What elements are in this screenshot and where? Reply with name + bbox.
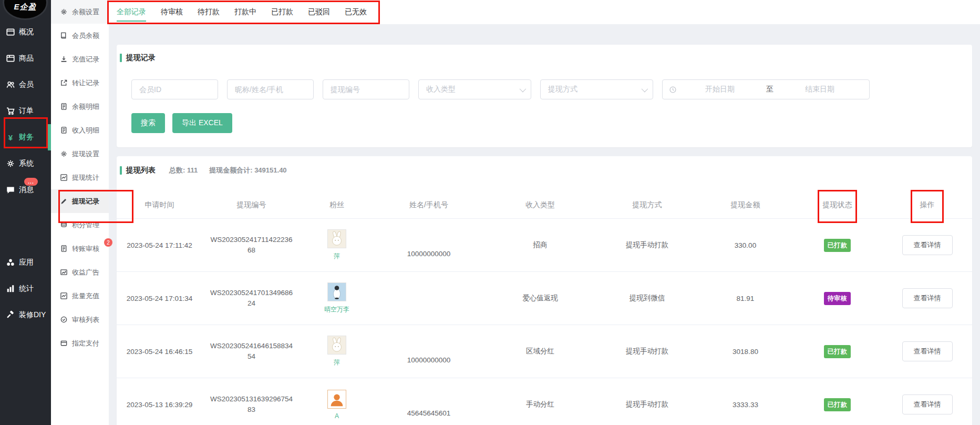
penguin-avatar <box>327 282 346 301</box>
book-icon <box>60 32 68 39</box>
table-row: 2023-05-13 16:39:29 WS202305131639296754… <box>117 378 972 425</box>
submenu-item-transfer-audit[interactable]: 转账审核 2 <box>51 237 109 260</box>
submenu-item-designated-payment[interactable]: 指定支付 <box>51 331 109 355</box>
clock-icon <box>669 86 677 94</box>
coins-icon <box>60 221 68 229</box>
rabbit-avatar <box>327 229 346 248</box>
submenu-item-withdraw-records[interactable]: 提现记录 <box>51 189 109 213</box>
list-summary: 总数: 111 提现金额合计: 349151.40 <box>169 166 287 175</box>
box-icon <box>6 54 15 63</box>
tab-pending-review[interactable]: 待审核 <box>161 0 183 24</box>
apps-icon <box>6 258 15 267</box>
withdraw-method-select[interactable]: 提现方式 <box>540 79 653 99</box>
tab-paying[interactable]: 打款中 <box>234 0 256 24</box>
submenu-item-withdraw-settings[interactable]: 提现设置 <box>51 142 109 166</box>
line-chart-icon <box>60 292 68 300</box>
status-badge: 已打款 <box>824 239 851 252</box>
fan-nickname[interactable]: 萍 <box>334 252 340 261</box>
dashboard-icon <box>6 27 15 37</box>
pay-card-icon <box>60 339 68 347</box>
brand-logo-text: E企盈 <box>14 2 36 18</box>
fan-nickname[interactable]: A <box>335 412 339 420</box>
filter-inputs-row: 收入类型 提现方式 开始日期 至 结束日期 <box>131 79 972 99</box>
sidebar-item-stats[interactable]: 统计 <box>0 276 51 302</box>
sidebar-item-overview[interactable]: 概况 <box>0 19 51 45</box>
line-chart-icon <box>60 174 68 181</box>
view-detail-button[interactable]: 查看详情 <box>902 288 953 308</box>
end-date-placeholder: 结束日期 <box>777 85 863 94</box>
pencil-icon <box>60 197 68 205</box>
brand-logo: E企盈 <box>0 0 51 19</box>
sidebar-item-goods[interactable]: 商品 <box>0 45 51 72</box>
document-icon <box>60 126 68 134</box>
withdraw-list-card: 提现列表 总数: 111 提现金额合计: 349151.40 申请时间 提现编号… <box>117 156 972 425</box>
submenu-item-member-balance[interactable]: 会员余额 <box>51 24 109 47</box>
submenu-item-points-management[interactable]: 积分管理 <box>51 213 109 237</box>
image-icon <box>60 268 68 276</box>
withdraw-records-filter-card: 提现记录 收入类型 提现方式 开始日期 至 结束日期 <box>117 45 972 147</box>
fan-cell[interactable]: 萍 <box>327 336 346 367</box>
withdraw-no-input[interactable] <box>323 79 409 99</box>
transfer-audit-count-badge: 2 <box>104 238 112 247</box>
member-id-input[interactable] <box>131 79 218 99</box>
search-button[interactable]: 搜索 <box>131 113 165 133</box>
sidebar-item-members[interactable]: 会员 <box>0 72 51 98</box>
document-icon <box>60 245 68 252</box>
date-range-picker[interactable]: 开始日期 至 结束日期 <box>662 79 870 99</box>
submenu-item-balance-settings[interactable]: 余额设置 <box>51 0 109 24</box>
yen-icon: ¥ <box>6 133 15 142</box>
fan-cell[interactable]: 萍 <box>327 229 346 261</box>
sidebar-item-orders[interactable]: 订单 <box>0 98 51 124</box>
table-row: 2023-05-24 17:01:34 WS202305241701349686… <box>117 271 972 325</box>
withdraw-table: 申请时间 提现编号 粉丝 姓名/手机号 收入类型 提现方式 提现金额 提现状态 … <box>117 192 972 425</box>
view-detail-button[interactable]: 查看详情 <box>902 394 953 414</box>
title-accent-bar <box>120 54 122 62</box>
sidebar-item-messages[interactable]: 消息 ... <box>0 177 51 203</box>
person-avatar <box>327 390 346 409</box>
tab-invalid[interactable]: 已无效 <box>345 0 367 24</box>
start-date-placeholder: 开始日期 <box>677 85 763 94</box>
fan-cell[interactable]: 晴空万李 <box>324 282 349 314</box>
tab-rejected[interactable]: 已驳回 <box>308 0 330 24</box>
chevron-down-icon <box>520 85 527 92</box>
view-detail-button[interactable]: 查看详情 <box>902 341 953 361</box>
tab-pending-payment[interactable]: 待打款 <box>198 0 220 24</box>
submenu-item-balance-detail[interactable]: 余额明细 <box>51 95 109 118</box>
fan-cell[interactable]: A <box>327 390 346 420</box>
tab-paid[interactable]: 已打款 <box>271 0 293 24</box>
submenu-item-transfer-records[interactable]: 转让记录 <box>51 71 109 95</box>
chevron-down-icon <box>642 85 648 92</box>
export-excel-button[interactable]: 导出 EXCEL <box>172 113 232 133</box>
title-accent-bar <box>120 166 122 175</box>
sidebar-item-decorate-diy[interactable]: 装修DIY <box>0 302 51 328</box>
status-badge: 已打款 <box>824 398 851 411</box>
gear-icon <box>60 8 68 16</box>
sidebar-item-apps[interactable]: 应用 <box>0 249 51 276</box>
tab-all-records[interactable]: 全部记录 <box>117 0 146 24</box>
nickname-input[interactable] <box>227 79 314 99</box>
submenu-item-withdraw-stats[interactable]: 提现统计 <box>51 166 109 189</box>
table-row: 2023-05-24 17:11:42 WS202305241711422236… <box>117 218 972 271</box>
income-type-select[interactable]: 收入类型 <box>418 79 531 99</box>
download-icon <box>60 55 68 63</box>
sidebar-spacer <box>0 203 51 249</box>
view-detail-button[interactable]: 查看详情 <box>902 235 953 255</box>
bar-chart-icon <box>6 284 15 294</box>
table-row: 2023-05-24 16:46:15 WS202305241646158834… <box>117 325 972 378</box>
circle-check-icon <box>60 316 68 323</box>
fan-nickname[interactable]: 晴空万李 <box>324 305 349 314</box>
submenu-item-audit-list[interactable]: 审核列表 <box>51 308 109 331</box>
withdraw-status-header: 提现状态 <box>823 200 852 210</box>
primary-sidebar: E企盈 概况 商品 会员 订单 ¥ 财务 系统 消息 ... <box>0 0 51 425</box>
cart-icon <box>6 106 15 116</box>
submenu-item-recharge-records[interactable]: 充值记录 <box>51 47 109 71</box>
submenu-item-income-detail[interactable]: 收入明细 <box>51 118 109 142</box>
status-badge: 已打款 <box>824 345 851 358</box>
chat-bubble-icon <box>6 185 15 195</box>
submenu-item-revenue-ads[interactable]: 收益广告 <box>51 260 109 284</box>
main-content: 全部记录 待审核 待打款 打款中 已打款 已驳回 已无效 提现记录 收入类型 <box>109 0 980 425</box>
sidebar-item-finance[interactable]: ¥ 财务 <box>0 124 51 150</box>
fan-nickname[interactable]: 萍 <box>334 358 340 367</box>
submenu-item-batch-recharge[interactable]: 批量充值 <box>51 284 109 308</box>
sidebar-item-system[interactable]: 系统 <box>0 150 51 177</box>
